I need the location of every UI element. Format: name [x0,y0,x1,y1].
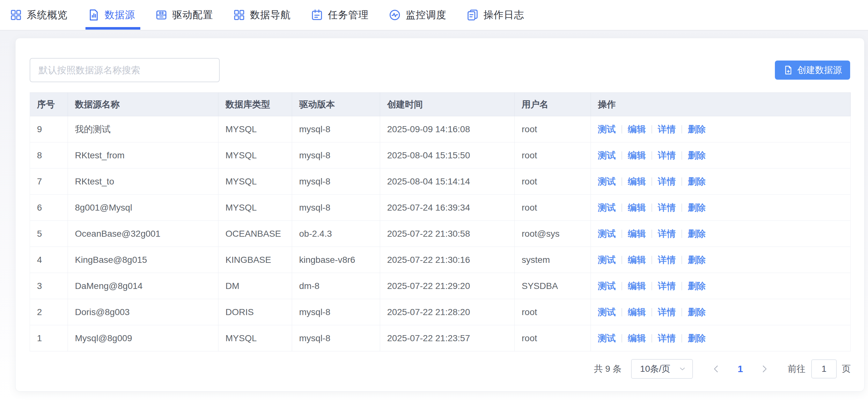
pagination: 共 9 条 10条/页 1 前往 页 [30,351,851,387]
goto-page-input[interactable] [811,359,837,378]
table-row: 3DaMeng@8g014DMdm-82025-07-22 21:29:20SY… [30,273,850,299]
nav-tab-3[interactable]: 驱动配置 [155,0,213,30]
action-link-3[interactable]: 详情 [658,306,676,318]
action-link-3[interactable]: 详情 [658,332,676,344]
action-separator [681,151,682,160]
cell-type: MYSQL [218,325,292,351]
table-row: 1Mysql@8g009MYSQLmysql-82025-07-22 21:23… [30,325,850,351]
nav-tab-7[interactable]: 操作日志 [466,0,524,30]
action-link-4[interactable]: 删除 [688,202,706,214]
nav-tab-6[interactable]: 监控调度 [389,0,446,30]
action-separator [681,308,682,316]
prev-page-button[interactable] [711,364,721,374]
page-size-select[interactable]: 10条/页 [631,359,693,379]
action-link-3[interactable]: 详情 [658,149,676,162]
page-background: 创建数据源 序号数据源名称数据库类型驱动版本创建时间用户名操作 9我的测试MYS… [0,31,868,402]
action-link-4[interactable]: 删除 [688,306,706,318]
action-link-1[interactable]: 测试 [598,280,616,292]
action-separator [681,282,682,290]
action-link-4[interactable]: 删除 [688,332,706,344]
action-separator [651,282,652,290]
cell-version: mysql-8 [292,195,380,221]
action-link-1[interactable]: 测试 [598,149,616,162]
nav-tab-1[interactable]: 系统概览 [9,0,68,30]
cell-user: SYSDBA [515,273,591,299]
goto-page-label: 前往 [788,363,806,375]
cell-name: OceanBase@32g001 [68,221,218,247]
cell-seq: 1 [30,325,68,351]
cell-type: MYSQL [218,195,292,221]
action-link-2[interactable]: 编辑 [628,332,646,344]
cell-user: root [515,169,591,195]
toolbar: 创建数据源 [30,58,850,82]
action-link-3[interactable]: 详情 [658,228,676,240]
column-header: 创建时间 [380,93,515,116]
cell-created: 2025-09-09 14:16:08 [380,116,515,142]
action-link-2[interactable]: 编辑 [628,175,646,188]
search-input[interactable] [30,58,220,82]
cell-user: root [515,116,591,142]
action-link-4[interactable]: 删除 [688,228,706,240]
current-page-number[interactable]: 1 [738,364,743,374]
action-link-3[interactable]: 详情 [658,280,676,292]
action-link-1[interactable]: 测试 [598,306,616,318]
table-row: 4KingBase@8g015KINGBASEkingbase-v8r62025… [30,247,850,273]
cell-user: system [515,247,591,273]
action-link-4[interactable]: 删除 [688,123,706,135]
action-link-1[interactable]: 测试 [598,202,616,214]
cell-seq: 8 [30,142,68,169]
document-plus-icon [783,65,794,75]
nav-tab-5[interactable]: 任务管理 [311,0,369,30]
action-link-2[interactable]: 编辑 [628,280,646,292]
action-link-2[interactable]: 编辑 [628,254,646,266]
nav-tab-4[interactable]: 数据导航 [233,0,291,30]
action-link-4[interactable]: 删除 [688,254,706,266]
cell-version: ob-2.4.3 [292,221,380,247]
nav-tab-label: 任务管理 [328,8,369,22]
cell-actions: 测试编辑详情删除 [591,247,850,273]
page-size-value: 10条/页 [640,363,670,375]
table-row: 68g001@MysqlMYSQLmysql-82025-07-24 16:39… [30,195,850,221]
nav-tab-label: 数据导航 [250,8,291,22]
cell-seq: 9 [30,116,68,142]
cell-user: root@sys [515,221,591,247]
cell-type: MYSQL [218,169,292,195]
create-datasource-button[interactable]: 创建数据源 [775,61,850,80]
action-separator [621,230,622,238]
action-link-3[interactable]: 详情 [658,254,676,266]
action-link-1[interactable]: 测试 [598,254,616,266]
cell-actions: 测试编辑详情删除 [591,169,850,195]
cell-type: MYSQL [218,142,292,169]
cell-actions: 测试编辑详情删除 [591,325,850,351]
action-separator [681,125,682,133]
cell-name: 我的测试 [68,116,218,142]
next-page-button[interactable] [760,364,769,374]
action-link-2[interactable]: 编辑 [628,123,646,135]
action-link-3[interactable]: 详情 [658,123,676,135]
action-link-1[interactable]: 测试 [598,332,616,344]
action-link-3[interactable]: 详情 [658,175,676,188]
cell-version: kingbase-v8r6 [292,247,380,273]
action-link-4[interactable]: 删除 [688,149,706,162]
action-separator [621,282,622,290]
action-link-1[interactable]: 测试 [598,123,616,135]
nav-tab-2[interactable]: 数据源 [87,0,135,30]
grid-icon [9,9,22,21]
action-link-2[interactable]: 编辑 [628,306,646,318]
action-link-4[interactable]: 删除 [688,280,706,292]
cell-name: RKtest_from [68,142,218,169]
action-link-2[interactable]: 编辑 [628,149,646,162]
action-link-1[interactable]: 测试 [598,175,616,188]
datasource-panel: 创建数据源 序号数据源名称数据库类型驱动版本创建时间用户名操作 9我的测试MYS… [15,38,865,392]
cell-actions: 测试编辑详情删除 [591,116,850,142]
action-link-4[interactable]: 删除 [688,175,706,188]
action-link-2[interactable]: 编辑 [628,228,646,240]
calendar-icon [311,9,323,21]
action-link-1[interactable]: 测试 [598,228,616,240]
action-separator [651,334,652,342]
drive-icon [155,9,168,21]
action-link-2[interactable]: 编辑 [628,202,646,214]
cell-seq: 3 [30,273,68,299]
column-header: 数据源名称 [68,93,218,116]
action-link-3[interactable]: 详情 [658,202,676,214]
